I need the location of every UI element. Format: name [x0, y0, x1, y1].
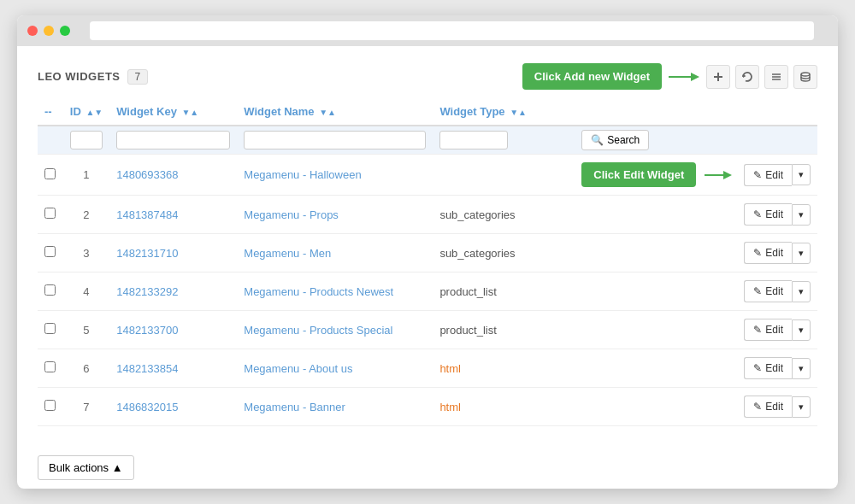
row3-cb: [38, 234, 63, 273]
bulk-actions-button[interactable]: Bulk actions ▲: [38, 455, 134, 480]
url-bar[interactable]: [90, 21, 814, 40]
row4-id: 4: [63, 273, 109, 311]
row1-edit-btn-group: ✎ Edit ▾: [744, 164, 811, 186]
row2-key[interactable]: 1481387484: [109, 196, 237, 234]
row2-type: sub_categories: [433, 196, 575, 234]
row7-edit-btn-group: ✎ Edit ▾: [744, 396, 811, 418]
row6-edit-dropdown[interactable]: ▾: [792, 358, 811, 379]
table-row: 1 1480693368 Megamenu - Halloween Click …: [38, 155, 817, 196]
row3-edit-dropdown[interactable]: ▾: [792, 243, 811, 264]
row7-edit-cell: ✎ Edit ▾: [575, 388, 817, 426]
row5-key[interactable]: 1482133700: [109, 311, 237, 349]
row4-cb: [38, 273, 63, 311]
row1-type: [433, 155, 575, 196]
row6-name[interactable]: Megamenu - About us: [237, 349, 433, 388]
pencil-icon: ✎: [753, 169, 762, 181]
row6-type-link[interactable]: html: [439, 362, 461, 375]
row7-edit-dropdown[interactable]: ▾: [792, 396, 811, 418]
pencil-icon: ✎: [753, 208, 762, 220]
row7-edit-button[interactable]: ✎ Edit: [744, 396, 792, 418]
row1-name[interactable]: Megamenu - Halloween: [237, 155, 433, 196]
row4-key[interactable]: 1482133292: [109, 273, 237, 311]
row2-edit-dropdown[interactable]: ▾: [792, 204, 811, 226]
row5-edit-button[interactable]: ✎ Edit: [744, 319, 792, 341]
add-new-widget-button[interactable]: Click Add new Widget: [522, 63, 662, 90]
col-header-widget-name[interactable]: Widget Name ▼▲: [237, 98, 433, 126]
row6-type: html: [433, 349, 575, 388]
col-header-widget-type[interactable]: Widget Type ▼▲: [433, 98, 575, 126]
add-widget-arrow: [667, 68, 701, 85]
row7-cb: [38, 388, 63, 426]
row5-edit-dropdown[interactable]: ▾: [792, 319, 811, 341]
row3-edit-label: Edit: [765, 247, 783, 259]
row4-checkbox[interactable]: [44, 284, 56, 296]
pencil-icon: ✎: [753, 401, 762, 413]
row2-checkbox[interactable]: [44, 208, 56, 219]
add-icon-btn[interactable]: [706, 65, 730, 89]
row1-edit-button[interactable]: ✎ Edit: [744, 164, 792, 186]
search-label: Search: [607, 134, 640, 146]
refresh-icon-btn[interactable]: [735, 65, 759, 89]
row3-id: 3: [63, 234, 109, 273]
row3-checkbox[interactable]: [44, 246, 56, 257]
click-edit-widget-badge: Click Edit Widget: [581, 162, 696, 187]
count-badge: 7: [127, 69, 149, 85]
row7-key[interactable]: 1486832015: [109, 388, 237, 426]
row5-checkbox[interactable]: [44, 323, 56, 334]
row5-type: product_list: [433, 311, 575, 349]
table-row: 3 1482131710 Megamenu - Men sub_categori…: [38, 234, 817, 273]
table-row: 4 1482133292 Megamenu - Products Newest …: [38, 273, 817, 311]
titlebar: [17, 15, 838, 46]
section-label: LEO WIDGETS: [38, 70, 121, 83]
row1-edit-cell: Click Edit Widget ✎ Edit ▾: [575, 155, 817, 196]
row1-key[interactable]: 1480693368: [109, 155, 237, 196]
header-bar: LEO WIDGETS 7 Click Add new Widget: [38, 63, 817, 90]
row3-edit-cell: ✎ Edit ▾: [575, 234, 817, 273]
database-icon: [799, 71, 811, 83]
header-actions: Click Add new Widget: [522, 63, 817, 90]
row1-edit-dropdown[interactable]: ▾: [792, 164, 811, 185]
filter-key-cell: [109, 126, 237, 155]
row6-checkbox[interactable]: [44, 361, 56, 372]
row3-name[interactable]: Megamenu - Men: [237, 234, 433, 273]
row1-edit-label: Edit: [765, 169, 783, 181]
row6-key[interactable]: 1482133854: [109, 349, 237, 388]
id-sort-icon: ▲▼: [86, 108, 103, 117]
row3-edit-btn-group: ✎ Edit ▾: [744, 242, 811, 264]
row4-name[interactable]: Megamenu - Products Newest: [237, 273, 433, 311]
filter-key-input[interactable]: [116, 131, 230, 149]
filter-row: 🔍 Search: [38, 126, 817, 155]
svg-marker-10: [723, 171, 732, 179]
row4-edit-dropdown[interactable]: ▾: [792, 281, 811, 302]
search-icon: 🔍: [591, 134, 604, 146]
row2-edit-button[interactable]: ✎ Edit: [744, 203, 792, 226]
row5-name[interactable]: Megamenu - Products Special: [237, 311, 433, 349]
row4-edit-btn-group: ✎ Edit ▾: [744, 280, 811, 302]
filter-type-input[interactable]: [439, 131, 508, 149]
row1-checkbox[interactable]: [44, 168, 56, 179]
close-dot[interactable]: [27, 26, 38, 36]
row3-key[interactable]: 1482131710: [109, 234, 237, 273]
search-button[interactable]: 🔍 Search: [581, 130, 649, 150]
row2-id: 2: [63, 196, 109, 234]
db-icon-btn[interactable]: [793, 65, 817, 89]
row2-name[interactable]: Megamenu - Props: [237, 196, 433, 234]
filter-id-cell: [63, 126, 109, 155]
svg-point-8: [801, 73, 810, 76]
filter-id-input[interactable]: [70, 131, 103, 149]
col-header-id[interactable]: ID ▲▼: [63, 98, 109, 126]
col-header-widget-key[interactable]: Widget Key ▼▲: [109, 98, 237, 126]
filter-name-input[interactable]: [244, 131, 426, 149]
list-icon-btn[interactable]: [764, 65, 788, 89]
row7-type-link[interactable]: html: [439, 401, 461, 413]
row7-name[interactable]: Megamenu - Banner: [237, 388, 433, 426]
widget-key-sort-icon: ▼▲: [181, 108, 198, 117]
row3-edit-button[interactable]: ✎ Edit: [744, 242, 792, 264]
row6-edit-button[interactable]: ✎ Edit: [744, 357, 792, 379]
filter-search-cell: 🔍 Search: [575, 126, 817, 155]
row4-edit-button[interactable]: ✎ Edit: [744, 280, 792, 302]
row7-checkbox[interactable]: [44, 400, 56, 411]
filter-name-cell: [237, 126, 433, 155]
maximize-dot[interactable]: [60, 26, 70, 36]
minimize-dot[interactable]: [44, 26, 54, 36]
